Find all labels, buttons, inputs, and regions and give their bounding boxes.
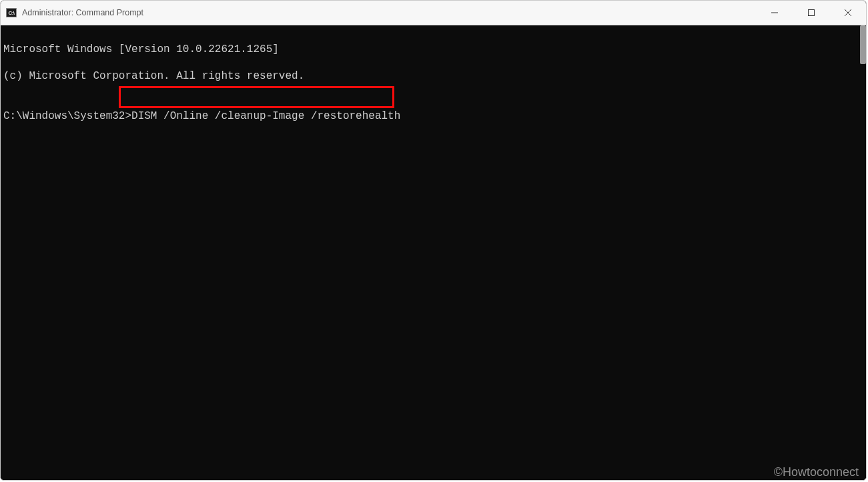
maximize-button[interactable] — [793, 1, 829, 25]
window-controls — [756, 1, 866, 25]
close-button[interactable] — [829, 1, 866, 25]
cmd-app-icon: C:\ — [6, 8, 17, 17]
command-highlight-annotation — [119, 86, 394, 108]
watermark-text: ©Howtoconnect — [774, 465, 859, 479]
terminal-line-copyright: (c) Microsoft Corporation. All rights re… — [3, 69, 866, 83]
terminal-output[interactable]: Microsoft Windows [Version 10.0.22621.12… — [1, 25, 866, 480]
terminal-line-version: Microsoft Windows [Version 10.0.22621.12… — [3, 43, 866, 56]
typed-command: DISM /Online /cleanup-Image /restoreheal… — [131, 110, 400, 122]
cmd-app-icon-glyph: C:\ — [8, 10, 14, 16]
window-title: Administrator: Command Prompt — [22, 8, 143, 17]
maximize-icon — [807, 9, 815, 17]
minimize-icon — [771, 9, 779, 17]
close-icon — [844, 9, 852, 17]
command-prompt-window: C:\ Administrator: Command Prompt — [0, 0, 867, 481]
minimize-button[interactable] — [756, 1, 793, 25]
titlebar[interactable]: C:\ Administrator: Command Prompt — [1, 1, 866, 25]
svg-rect-1 — [808, 10, 814, 16]
scrollbar-thumb[interactable] — [860, 25, 866, 64]
terminal-line-prompt: C:\Windows\System32>DISM /Online /cleanu… — [3, 109, 866, 123]
prompt-path: C:\Windows\System32> — [3, 110, 131, 122]
